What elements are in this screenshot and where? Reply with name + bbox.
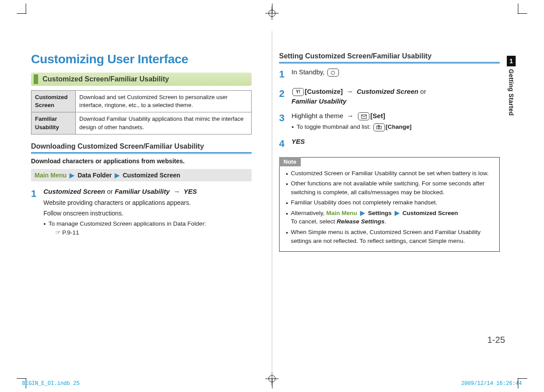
svg-point-3	[378, 127, 380, 129]
page-title: Customizing User Interface	[31, 52, 252, 66]
definitions-table: Customized Screen Download and set Custo…	[31, 90, 252, 135]
breadcrumb-node: Customized Screen	[123, 172, 180, 179]
chevron-right-icon: ▶	[70, 172, 74, 179]
right-column: Setting Customized Screen/Familiar Usabi…	[272, 31, 507, 279]
step-2-setting: 2 Y![Customize] → Customized Screen or F…	[279, 87, 500, 106]
footer-file: BEGIN_E_OI.indb 25	[22, 380, 80, 387]
step-desc: Follow onscreen instructions.	[43, 209, 252, 218]
step-headline: Customized Screen or Familiar Usability …	[43, 187, 252, 196]
crop-mark	[17, 378, 27, 379]
step-number: 3	[279, 111, 291, 131]
step-1-setting: 1 In Standby,	[279, 67, 500, 81]
desc-cell: Download Familiar Usability applications…	[76, 112, 252, 134]
step-desc: Website providing characters or applicat…	[43, 198, 252, 207]
step-number: 4	[279, 137, 291, 151]
step-number: 2	[279, 87, 291, 106]
subheading-setting: Setting Customized Screen/Familiar Usabi…	[279, 52, 500, 63]
note-box: Note Customized Screen or Familiar Usabi…	[279, 157, 500, 252]
crop-mark	[272, 4, 272, 13]
footer-timestamp: 2009/12/14 16:26:44	[461, 380, 522, 387]
subheading-downloading: Downloading Customized Screen/Familiar U…	[31, 142, 252, 153]
term-cell: Familiar Usability	[31, 112, 76, 134]
crop-mark	[17, 13, 27, 14]
crop-mark	[26, 4, 26, 13]
breadcrumb-node: Data Folder	[78, 172, 112, 179]
step-number: 1	[31, 187, 43, 237]
step-headline: Highlight a theme → [Set]	[291, 111, 500, 121]
page-number: 1-25	[487, 335, 505, 345]
crop-mark	[518, 4, 518, 13]
crop-mark	[517, 13, 527, 14]
page-content: Customizing User Interface Customized Sc…	[24, 31, 520, 367]
chapter-number: 1	[507, 56, 516, 66]
chevron-right-icon: ▶	[395, 210, 400, 216]
crop-mark	[517, 378, 527, 379]
y-key-icon: Y!	[292, 88, 304, 96]
term-cell: Customized Screen	[31, 91, 76, 112]
multi-selector-key-icon	[327, 69, 339, 77]
note-item: Familiar Usability does not completely r…	[286, 198, 495, 207]
step-headline: In Standby,	[291, 67, 500, 77]
step-headline: Y![Customize] → Customized Screen or Fam…	[291, 87, 500, 106]
desc-cell: Download and set Customized Screen to pe…	[76, 91, 252, 112]
note-item: Other functions are not available while …	[286, 179, 495, 196]
note-item-alternative: Alternatively, Main Menu ▶ Settings ▶ Cu…	[286, 209, 495, 226]
chapter-side-tab: 1 Getting Started	[507, 56, 516, 116]
print-footer: BEGIN_E_OI.indb 25 2009/12/14 16:26:44	[22, 380, 522, 387]
download-intro: Download characters or applications from…	[31, 158, 252, 165]
page-reference: P.9-11	[48, 229, 79, 236]
section-accent-icon	[34, 74, 38, 84]
step-headline: YES	[291, 137, 500, 146]
chevron-right-icon: ▶	[360, 210, 365, 216]
left-column: Customizing User Interface Customized Sc…	[24, 31, 259, 279]
step-bullet: To manage Customized Screen applications…	[43, 219, 252, 237]
section-heading-label: Customized Screen/Familiar Usability	[43, 75, 169, 83]
table-row: Familiar Usability Download Familiar Usa…	[31, 112, 252, 134]
camera-key-icon	[373, 123, 385, 131]
step-number: 1	[279, 67, 291, 81]
note-item: When Simple menu is active, Customized S…	[286, 228, 495, 245]
note-item: Customized Screen or Familiar Usability …	[286, 169, 495, 178]
breadcrumb-root: Main Menu	[35, 172, 66, 179]
step-3-setting: 3 Highlight a theme → [Set] To toggle th…	[279, 111, 500, 131]
table-row: Customized Screen Download and set Custo…	[31, 91, 252, 112]
chevron-right-icon: ▶	[115, 172, 120, 179]
mail-key-icon	[358, 112, 369, 120]
section-heading-customized-familiar: Customized Screen/Familiar Usability	[31, 73, 252, 86]
step-4-setting: 4 YES	[279, 137, 500, 151]
step-1-download: 1 Customized Screen or Familiar Usabilit…	[31, 187, 252, 237]
menu-breadcrumb: Main Menu ▶ Data Folder ▶ Customized Scr…	[31, 169, 252, 181]
note-label: Note	[279, 157, 301, 166]
step-bullet: To toggle thumbnail and list: [Change]	[291, 123, 500, 131]
chapter-name: Getting Started	[508, 69, 515, 116]
